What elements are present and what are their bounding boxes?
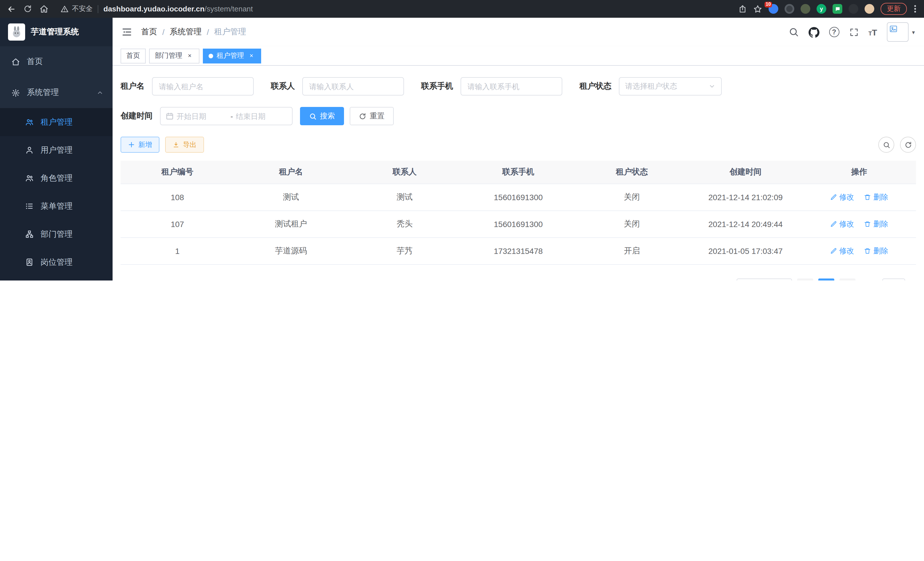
extension-icon[interactable] [865, 4, 874, 14]
sidebar-item-depts[interactable]: 部门管理 [0, 220, 112, 248]
cell-created: 2021-12-14 20:49:44 [688, 211, 802, 237]
home-button[interactable] [39, 4, 49, 14]
sidebar-item-system[interactable]: 系统管理 [0, 77, 112, 108]
date-range-picker[interactable]: - [160, 107, 292, 125]
share-icon[interactable] [738, 5, 747, 13]
user-menu[interactable]: ▾ [887, 22, 915, 42]
menu-tree-icon [25, 202, 34, 211]
active-dot [208, 53, 213, 58]
address-bar[interactable]: 不安全 dashboard.yudao.iocoder.cn/system/te… [56, 4, 731, 14]
browser-update-button[interactable]: 更新 [880, 3, 907, 15]
cell-actions: 修改 删除 [802, 211, 916, 237]
breadcrumb-item[interactable]: 系统管理 [170, 27, 202, 37]
export-button-label: 导出 [183, 140, 196, 150]
table-toolbar: 新增 导出 [121, 137, 916, 153]
reset-button[interactable]: 重置 [350, 107, 394, 125]
next-page-button[interactable] [839, 278, 855, 281]
url-path: /system/tenant [205, 5, 253, 13]
help-icon[interactable]: ? [829, 27, 839, 37]
table-search-toggle-button[interactable] [878, 137, 894, 153]
table-refresh-button[interactable] [900, 137, 916, 153]
edit-button[interactable]: 修改 [830, 192, 854, 202]
date-start-input[interactable] [177, 112, 228, 120]
sidebar-item-menus[interactable]: 菜单管理 [0, 192, 112, 220]
extension-icon[interactable] [784, 4, 794, 14]
prev-page-button[interactable] [797, 278, 813, 281]
phone-input[interactable] [460, 77, 562, 96]
reset-button-label: 重置 [370, 111, 385, 121]
sidebar-item-users[interactable]: 用户管理 [0, 136, 112, 164]
browser-menu-icon[interactable] [913, 5, 917, 13]
sidebar-item-label: 岗位管理 [40, 257, 73, 267]
breadcrumb-item[interactable]: 首页 [141, 27, 157, 37]
security-warning[interactable]: 不安全 [61, 4, 93, 14]
tab-label: 部门管理 [155, 51, 182, 61]
search-icon[interactable] [788, 27, 799, 37]
cell-tenant-name: 芋道源码 [234, 237, 348, 264]
bookmark-star-icon[interactable] [753, 4, 762, 14]
page-number-button[interactable]: 1 [818, 278, 834, 281]
close-icon[interactable]: × [186, 52, 194, 60]
sidebar-item-label: 用户管理 [40, 145, 73, 155]
export-icon [172, 141, 179, 148]
tab-label: 首页 [126, 51, 140, 61]
navbar: 首页 / 系统管理 / 租户管理 ? [112, 18, 924, 46]
page-size-select[interactable]: 10条/页 [736, 278, 792, 281]
add-button-label: 新增 [138, 140, 152, 150]
delete-button[interactable]: 删除 [864, 246, 888, 256]
sidebar-item-dict[interactable]: 字典管理 [0, 276, 112, 281]
add-button[interactable]: 新增 [121, 137, 159, 153]
edit-button[interactable]: 修改 [830, 246, 854, 256]
delete-button[interactable]: 删除 [864, 192, 888, 202]
sidebar-item-home[interactable]: 首页 [0, 46, 112, 77]
back-button[interactable] [7, 4, 16, 14]
tab-home[interactable]: 首页 [121, 48, 146, 63]
sidebar-submenu-system: 租户管理 用户管理 角色管理 菜单管理 部门管理 [0, 108, 112, 281]
role-icon [25, 174, 34, 182]
goto-page-input[interactable] [882, 278, 905, 281]
app: 不安全 dashboard.yudao.iocoder.cn/system/te… [0, 0, 924, 281]
column-header: 租户名 [234, 161, 348, 183]
table-row: 1 芋道源码 芋艿 17321315478 开启 2021-01-05 17:0… [121, 237, 916, 264]
export-button[interactable]: 导出 [165, 137, 204, 153]
cell-phone: 15601691300 [461, 211, 575, 237]
sidebar: 芋道管理系统 首页 系统管理 租户管理 用户管理 [0, 18, 112, 281]
date-separator: - [231, 112, 233, 120]
breadcrumb-separator: / [207, 27, 209, 37]
date-end-input[interactable] [236, 112, 287, 120]
column-header: 租户编号 [121, 161, 234, 183]
edit-button[interactable]: 修改 [830, 219, 854, 229]
font-size-icon[interactable]: TT [868, 28, 877, 36]
column-header: 租户状态 [575, 161, 689, 183]
cell-phone: 15601691300 [461, 183, 575, 211]
github-icon[interactable] [808, 27, 819, 38]
tab-dept[interactable]: 部门管理 × [149, 48, 200, 63]
trash-icon [864, 247, 871, 254]
sidebar-toggle-icon[interactable] [122, 27, 132, 37]
extension-icon[interactable] [849, 4, 858, 14]
extension-icon[interactable] [832, 4, 842, 14]
sidebar-item-tenant[interactable]: 租户管理 [0, 108, 112, 136]
extension-icon[interactable]: 10 [769, 4, 778, 14]
sidebar-item-posts[interactable]: 岗位管理 [0, 248, 112, 276]
divider [98, 5, 98, 13]
search-button-label: 搜索 [320, 111, 335, 121]
extension-icon[interactable]: y [817, 4, 826, 14]
sidebar-item-label: 租户管理 [40, 117, 73, 127]
cell-contact: 测试 [348, 183, 461, 211]
tab-tenant[interactable]: 租户管理 × [203, 48, 261, 63]
sidebar-logo[interactable]: 芋道管理系统 [0, 18, 112, 46]
sidebar-item-roles[interactable]: 角色管理 [0, 164, 112, 192]
tenant-name-input[interactable] [152, 77, 254, 96]
reload-button[interactable] [23, 5, 32, 13]
extension-icon[interactable] [801, 4, 810, 14]
search-button[interactable]: 搜索 [300, 107, 344, 125]
contact-input[interactable] [302, 77, 404, 96]
fullscreen-icon[interactable] [849, 27, 859, 37]
phone-label: 联系手机 [421, 81, 453, 92]
close-icon[interactable]: × [248, 52, 255, 60]
data-table: 租户编号 租户名 联系人 联系手机 租户状态 创建时间 操作 108 测试 [121, 161, 916, 265]
status-select[interactable]: 请选择租户状态 [619, 77, 722, 96]
warning-icon [61, 5, 69, 13]
delete-button[interactable]: 删除 [864, 219, 888, 229]
